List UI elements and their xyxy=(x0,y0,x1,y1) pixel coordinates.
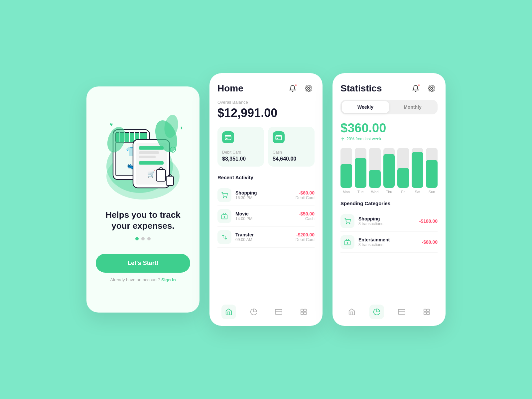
stats-title: Statistics xyxy=(340,83,382,94)
settings-button[interactable] xyxy=(303,82,315,94)
cat-shopping-name: Shopping xyxy=(358,216,419,221)
svg-rect-17 xyxy=(139,161,164,165)
dot-3 xyxy=(147,237,151,240)
stats-change: 20% from last week xyxy=(340,137,438,141)
activity-name: Transfer xyxy=(235,232,296,237)
cash-amount: $4,640.00 xyxy=(273,156,310,162)
debit-label: Debit Card xyxy=(222,150,259,155)
activity-time: 09:00 AM xyxy=(235,237,296,242)
activity-movie[interactable]: Movie 14:00 PM -$50.00 Cash xyxy=(217,206,315,227)
period-tabs: Weekly Monthly xyxy=(340,100,438,114)
home-header: Home xyxy=(217,82,315,94)
stats-notification-badge xyxy=(418,84,420,86)
notification-badge xyxy=(295,84,297,86)
chart-col-thu xyxy=(383,148,395,188)
arrow-up-icon xyxy=(340,137,345,141)
chart-col-fri xyxy=(397,148,409,188)
cat-shopping-amount: -$180.00 xyxy=(419,218,438,224)
stats-notification-button[interactable] xyxy=(410,82,422,94)
svg-text:♥: ♥ xyxy=(110,122,113,127)
nav-wallet[interactable] xyxy=(271,305,286,319)
cash-card[interactable]: Cash $4,640.00 xyxy=(268,127,315,167)
activity-transfer[interactable]: Transfer 09:00 AM -$200.00 Debit Card xyxy=(217,227,315,248)
onboarding-screen: 👕 👟 🛒 ♥ xyxy=(86,86,200,313)
illustration: 👕 👟 🛒 ♥ xyxy=(100,96,186,203)
chart-col-mon xyxy=(340,148,352,188)
start-button[interactable]: Let's Start! xyxy=(96,254,190,273)
svg-rect-22 xyxy=(156,170,166,181)
label-mon: Mon xyxy=(340,190,352,194)
activity-method: Cash xyxy=(299,216,315,221)
nav-chart[interactable] xyxy=(246,305,261,319)
tab-weekly[interactable]: Weekly xyxy=(342,101,389,113)
dot-1 xyxy=(135,237,139,240)
signin-link[interactable]: Sign In xyxy=(161,277,176,282)
cat-entertainment-count: 3 transactions xyxy=(358,242,422,247)
cat-shopping-count: 8 transactions xyxy=(358,221,419,226)
activity-amount: -$60.00 xyxy=(296,190,315,196)
tab-monthly[interactable]: Monthly xyxy=(389,101,436,113)
svg-rect-49 xyxy=(424,309,426,312)
stats-nav-chart[interactable] xyxy=(369,305,384,319)
svg-rect-28 xyxy=(225,135,231,140)
movie-icon xyxy=(217,209,231,223)
activity-name: Shopping xyxy=(235,190,296,196)
home-bottom-nav xyxy=(209,299,323,326)
chart-col-wed xyxy=(369,148,381,188)
category-entertainment[interactable]: Entertainment 3 transactions -$80.00 xyxy=(340,232,438,253)
activity-method: Debit Card xyxy=(296,196,315,200)
stats-header: Statistics xyxy=(340,82,438,94)
category-shopping[interactable]: Shopping 8 transactions -$180.00 xyxy=(340,211,438,232)
category-shopping-icon xyxy=(340,214,354,228)
balance-amount: $12,991.00 xyxy=(217,106,315,120)
debit-card-icon xyxy=(222,131,234,143)
activity-method: Debit Card xyxy=(296,237,315,242)
svg-rect-23 xyxy=(166,176,174,186)
chart-col-sun xyxy=(426,148,438,188)
svg-rect-50 xyxy=(427,309,429,312)
svg-rect-39 xyxy=(304,309,306,312)
label-fri: Fri xyxy=(397,190,409,194)
stats-bottom-nav xyxy=(332,299,446,326)
activity-name: Movie xyxy=(235,211,299,216)
label-tue: Tue xyxy=(355,190,366,194)
notification-button[interactable] xyxy=(287,82,299,94)
svg-rect-14 xyxy=(139,146,164,150)
svg-rect-41 xyxy=(304,312,306,315)
svg-rect-16 xyxy=(139,156,156,158)
nav-more[interactable] xyxy=(296,305,311,319)
home-screen: Home Overall Balance $12,991. xyxy=(209,73,323,326)
stats-header-icons xyxy=(410,82,438,94)
stats-nav-wallet[interactable] xyxy=(394,305,409,319)
stats-nav-home[interactable] xyxy=(344,305,359,319)
balance-label: Overall Balance xyxy=(217,100,315,105)
debit-card[interactable]: Debit Card $8,351.00 xyxy=(217,127,264,167)
svg-text:🛒: 🛒 xyxy=(147,170,156,178)
svg-point-32 xyxy=(223,198,224,198)
svg-rect-29 xyxy=(226,138,228,139)
stats-settings-button[interactable] xyxy=(426,82,438,94)
home-title: Home xyxy=(217,83,243,94)
activity-shopping[interactable]: Shopping 16:30 PM -$60.00 Debit Card xyxy=(217,185,315,206)
label-sat: Sat xyxy=(412,190,423,194)
stats-nav-more[interactable] xyxy=(419,305,434,319)
dot-2 xyxy=(141,237,145,240)
svg-rect-38 xyxy=(301,309,303,312)
statistics-screen: Statistics Weekly Mo xyxy=(332,73,446,326)
svg-point-44 xyxy=(349,223,350,224)
category-entertainment-icon xyxy=(340,235,354,249)
chart-col-tue xyxy=(355,148,366,188)
signin-prompt: Already have an account? Sign In xyxy=(110,277,176,282)
activity-amount: -$50.00 xyxy=(299,211,315,216)
chart-col-sat xyxy=(412,148,423,188)
svg-point-43 xyxy=(346,223,347,224)
label-wed: Wed xyxy=(369,190,381,194)
chart-day-labels: Mon Tue Wed Thu Fri Sat Sun xyxy=(340,190,438,194)
svg-rect-15 xyxy=(139,151,159,154)
svg-rect-37 xyxy=(275,310,282,315)
onboarding-title: Helps you to track your expenses. xyxy=(96,209,190,231)
nav-home[interactable] xyxy=(221,305,236,319)
bar-chart xyxy=(340,148,438,188)
svg-rect-51 xyxy=(424,312,426,315)
activity-time: 16:30 PM xyxy=(235,196,296,200)
